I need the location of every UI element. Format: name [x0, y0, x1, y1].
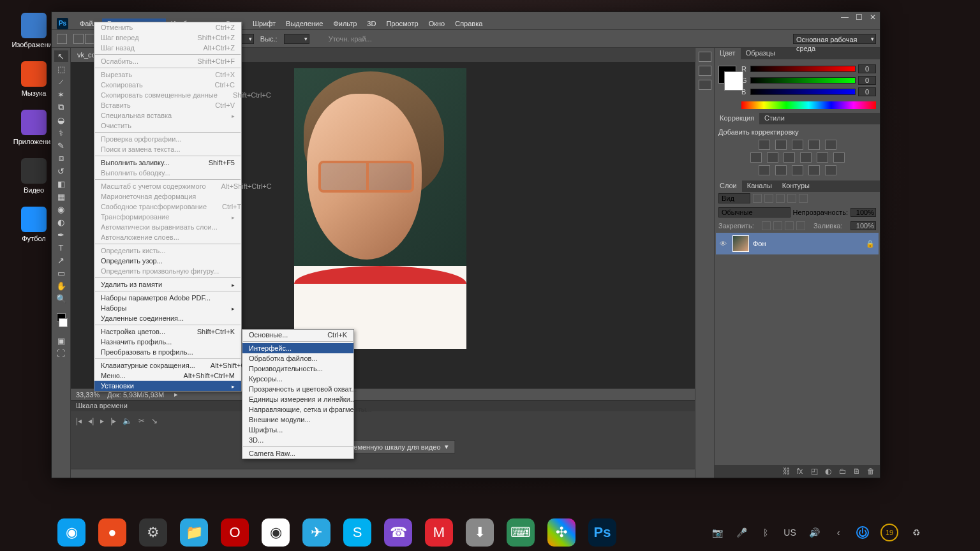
tray-lang[interactable]: US — [783, 526, 796, 539]
filter-pixel-icon[interactable] — [753, 194, 762, 203]
adj-mixer-icon[interactable] — [817, 152, 828, 163]
gradient-tool[interactable]: ▦ — [54, 191, 68, 202]
dock-app1-icon[interactable]: ● — [98, 518, 126, 547]
channels-tab[interactable]: Каналы — [742, 180, 777, 192]
adj-invert-icon[interactable] — [759, 165, 770, 175]
history-brush-tool[interactable]: ↺ — [54, 165, 68, 177]
lasso-tool[interactable]: ⟋ — [54, 76, 68, 87]
tl-scissors-icon[interactable]: ✂ — [138, 416, 145, 425]
hand-tool[interactable]: ✋ — [54, 280, 68, 291]
desktop-icon[interactable]: Мызука — [11, 61, 56, 97]
menu-item[interactable]: Производительность... — [242, 364, 353, 374]
dock-skype-icon[interactable]: S — [343, 518, 371, 547]
tray-mic-icon[interactable]: 🎤 — [735, 526, 748, 539]
adj-brightness-icon[interactable] — [759, 140, 770, 150]
character-panel-icon[interactable] — [699, 80, 711, 90]
g-slider[interactable] — [750, 77, 856, 84]
menu-шрифт[interactable]: Шрифт — [248, 18, 281, 29]
adj-posterize-icon[interactable] — [775, 165, 787, 175]
adj-balance-icon[interactable] — [767, 152, 778, 163]
tl-play-icon[interactable]: ▸ — [100, 416, 104, 425]
color-tab[interactable]: Цвет — [715, 48, 741, 59]
layer-name[interactable]: Фон — [753, 240, 766, 247]
tray-bluetooth-icon[interactable]: ᛒ — [759, 526, 772, 539]
eraser-tool[interactable]: ◧ — [54, 178, 68, 189]
zoom-level[interactable]: 33,33% — [76, 391, 100, 399]
minimize-button[interactable]: — — [840, 13, 849, 21]
marquee-tool[interactable]: ⬚ — [54, 63, 68, 75]
tl-audio-icon[interactable]: 🔈 — [122, 416, 132, 425]
paths-tab[interactable]: Контуры — [777, 180, 815, 192]
b-slider[interactable] — [750, 89, 856, 95]
path-tool[interactable]: ↗ — [54, 254, 68, 266]
filter-type-icon[interactable] — [776, 194, 785, 203]
spectrum-bar[interactable] — [741, 101, 876, 109]
adj-bw-icon[interactable] — [783, 152, 795, 163]
tl-next-icon[interactable]: |▸ — [110, 416, 116, 425]
menu-item[interactable]: Интерфейс... — [242, 343, 353, 353]
tray-volume-icon[interactable]: 🔊 — [808, 526, 820, 539]
move-tool[interactable]: ↖ — [54, 50, 68, 62]
height-input[interactable] — [284, 34, 309, 44]
dock-launcher-icon[interactable]: ◉ — [57, 518, 85, 547]
refine-edge-button[interactable]: Уточн. край... — [329, 35, 372, 43]
stamp-tool[interactable]: ⧈ — [54, 152, 68, 164]
quickmask-icon[interactable]: ▣ — [54, 335, 68, 346]
blur-tool[interactable]: ◉ — [54, 203, 68, 215]
dock-colors-icon[interactable]: ✣ — [547, 518, 575, 547]
shape-tool[interactable]: ▭ — [54, 267, 68, 279]
close-button[interactable]: ✕ — [868, 13, 877, 21]
tl-prev-icon[interactable]: ◂| — [88, 416, 94, 425]
pen-tool[interactable]: ✒ — [54, 229, 68, 240]
screenmode-icon[interactable]: ⛶ — [54, 348, 68, 359]
desktop-icon[interactable]: Приложения — [11, 110, 56, 145]
dock-keyboard-icon[interactable]: ⌨ — [507, 518, 535, 547]
dock-telegram-icon[interactable]: ✈ — [302, 518, 330, 547]
dock-mega-icon[interactable]: M — [425, 518, 453, 547]
desktop-icon[interactable]: Видео — [11, 158, 56, 194]
g-value[interactable]: 0 — [858, 76, 876, 85]
menu-item[interactable]: Camera Raw... — [242, 448, 353, 459]
menu-item[interactable]: Курсоры... — [242, 374, 353, 384]
tray-clock[interactable]: 19 — [880, 524, 898, 541]
color-swatch[interactable] — [718, 66, 736, 84]
dock-downloads-icon[interactable]: ⬇ — [466, 518, 494, 547]
dock-files-icon[interactable]: 📁 — [180, 518, 208, 547]
tray-trash-icon[interactable]: ♻ — [910, 526, 923, 539]
opacity-input[interactable]: 100% — [850, 208, 876, 217]
healing-tool[interactable]: ⚕ — [54, 127, 68, 138]
adj-exposure-icon[interactable] — [808, 140, 820, 150]
tray-back-icon[interactable]: ‹ — [832, 526, 845, 539]
blend-mode-select[interactable]: Обычные — [718, 207, 791, 217]
desktop-icon[interactable]: Футбол — [11, 207, 56, 242]
adj-threshold-icon[interactable] — [792, 165, 803, 175]
r-value[interactable]: 0 — [858, 64, 876, 73]
menu-item[interactable]: Обработка файлов... — [242, 353, 353, 364]
lock-all-icon[interactable] — [796, 221, 805, 230]
dodge-tool[interactable]: ◐ — [54, 216, 68, 228]
menu-item[interactable]: Определить узор... — [94, 256, 241, 266]
zoom-tool[interactable]: 🔍 — [54, 293, 68, 304]
dock-photoshop-icon[interactable]: Ps — [588, 518, 616, 547]
menu-item[interactable]: Меню...Alt+Shift+Ctrl+M — [94, 371, 241, 381]
menu-3d[interactable]: 3D — [362, 18, 381, 29]
delete-layer-icon[interactable]: 🗑 — [867, 467, 876, 476]
menu-item[interactable]: Прозрачность и цветовой охват... — [242, 384, 353, 394]
adj-photo-icon[interactable] — [800, 152, 812, 163]
crop-tool[interactable]: ⧉ — [54, 101, 68, 113]
tray-camera-icon[interactable]: 📷 — [711, 526, 724, 539]
dock-settings-icon[interactable]: ⚙ — [139, 518, 167, 547]
filter-adjust-icon[interactable] — [764, 194, 773, 203]
dock-opera-icon[interactable]: O — [221, 518, 249, 547]
tool-preset-icon[interactable] — [57, 34, 67, 44]
adj-hue-icon[interactable] — [750, 152, 762, 163]
dock-chrome-icon[interactable]: ◉ — [262, 518, 290, 547]
menu-item[interactable]: Наборы параметров Adobe PDF... — [94, 293, 241, 303]
menu-просмотр[interactable]: Просмотр — [381, 18, 423, 29]
swatches-tab[interactable]: Образцы — [741, 48, 780, 59]
history-panel-icon[interactable] — [699, 52, 711, 62]
menu-item[interactable]: 3D... — [242, 435, 353, 445]
filter-shape-icon[interactable] — [787, 194, 796, 203]
menu-item[interactable]: Выполнить заливку...Shift+F5 — [94, 158, 241, 168]
lock-pixels-icon[interactable] — [773, 221, 782, 230]
